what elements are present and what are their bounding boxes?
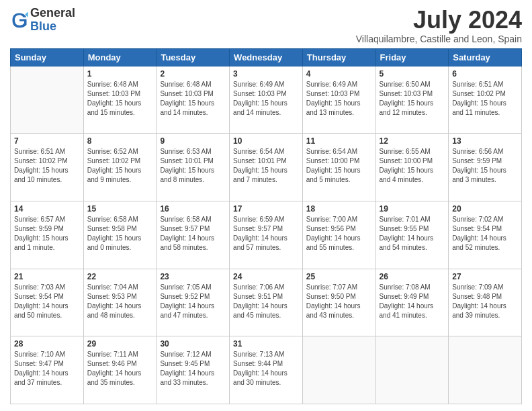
calendar-cell: 4Sunrise: 6:49 AM Sunset: 10:03 PM Dayli… [302, 66, 375, 134]
calendar-cell: 26Sunrise: 7:08 AM Sunset: 9:49 PM Dayli… [375, 269, 449, 336]
day-info: Sunrise: 7:13 AM Sunset: 9:44 PM Dayligh… [233, 350, 299, 387]
calendar-cell: 25Sunrise: 7:07 AM Sunset: 9:50 PM Dayli… [302, 269, 375, 336]
calendar-cell: 13Sunrise: 6:56 AM Sunset: 9:59 PM Dayli… [449, 134, 522, 201]
day-number: 10 [233, 136, 299, 146]
day-info: Sunrise: 6:48 AM Sunset: 10:03 PM Daylig… [160, 80, 226, 118]
day-number: 21 [14, 272, 80, 281]
day-info: Sunrise: 7:05 AM Sunset: 9:52 PM Dayligh… [160, 283, 226, 320]
calendar-cell: 16Sunrise: 6:58 AM Sunset: 9:57 PM Dayli… [157, 201, 230, 269]
day-info: Sunrise: 6:51 AM Sunset: 10:02 PM Daylig… [452, 80, 518, 118]
day-number: 18 [306, 204, 372, 214]
day-info: Sunrise: 7:01 AM Sunset: 9:55 PM Dayligh… [380, 215, 445, 253]
day-number: 9 [160, 136, 226, 146]
day-info: Sunrise: 6:56 AM Sunset: 9:59 PM Dayligh… [452, 147, 518, 185]
calendar-cell: 19Sunrise: 7:01 AM Sunset: 9:55 PM Dayli… [375, 201, 449, 269]
day-number: 19 [380, 204, 445, 214]
page: General Blue July 2024 Villaquilambre, C… [0, 0, 532, 411]
day-info: Sunrise: 7:11 AM Sunset: 9:46 PM Dayligh… [87, 350, 153, 387]
day-number: 14 [14, 204, 80, 214]
day-number: 30 [160, 339, 226, 349]
week-row-4: 21Sunrise: 7:03 AM Sunset: 9:54 PM Dayli… [11, 269, 522, 336]
day-number: 28 [14, 339, 80, 349]
day-number: 5 [380, 69, 445, 79]
calendar-cell [302, 336, 375, 404]
day-info: Sunrise: 7:10 AM Sunset: 9:47 PM Dayligh… [14, 350, 80, 387]
day-number: 8 [87, 136, 153, 146]
day-header-sunday: Sunday [11, 48, 84, 66]
logo-blue: Blue [30, 20, 75, 34]
calendar-cell: 14Sunrise: 6:57 AM Sunset: 9:59 PM Dayli… [11, 201, 84, 269]
logo-general: General [30, 7, 75, 20]
calendar-cell: 1Sunrise: 6:48 AM Sunset: 10:03 PM Dayli… [83, 66, 157, 134]
logo-text: General Blue [30, 7, 75, 34]
day-number: 23 [160, 272, 226, 281]
day-number: 22 [87, 272, 153, 281]
calendar-cell: 24Sunrise: 7:06 AM Sunset: 9:51 PM Dayli… [230, 269, 303, 336]
day-number: 29 [87, 339, 153, 349]
day-info: Sunrise: 6:54 AM Sunset: 10:00 PM Daylig… [306, 147, 372, 185]
calendar-table: SundayMondayTuesdayWednesdayThursdayFrid… [10, 48, 522, 404]
day-number: 27 [452, 272, 518, 281]
day-info: Sunrise: 6:55 AM Sunset: 10:00 PM Daylig… [380, 147, 445, 185]
days-header-row: SundayMondayTuesdayWednesdayThursdayFrid… [11, 48, 522, 66]
day-number: 17 [233, 204, 299, 214]
day-header-monday: Monday [83, 48, 157, 66]
title-section: July 2024 Villaquilambre, Castille and L… [356, 7, 522, 44]
day-info: Sunrise: 6:51 AM Sunset: 10:02 PM Daylig… [14, 147, 80, 185]
month-title: July 2024 [356, 7, 522, 34]
day-info: Sunrise: 6:59 AM Sunset: 9:57 PM Dayligh… [233, 215, 299, 253]
day-number: 1 [87, 69, 153, 79]
day-number: 15 [87, 204, 153, 214]
day-number: 2 [160, 69, 226, 79]
day-number: 13 [452, 136, 518, 146]
calendar-cell [375, 336, 449, 404]
calendar-cell: 11Sunrise: 6:54 AM Sunset: 10:00 PM Dayl… [302, 134, 375, 201]
day-number: 3 [233, 69, 299, 79]
day-info: Sunrise: 6:49 AM Sunset: 10:03 PM Daylig… [233, 80, 299, 118]
week-row-3: 14Sunrise: 6:57 AM Sunset: 9:59 PM Dayli… [11, 201, 522, 269]
day-info: Sunrise: 7:09 AM Sunset: 9:48 PM Dayligh… [452, 283, 518, 320]
calendar-cell: 28Sunrise: 7:10 AM Sunset: 9:47 PM Dayli… [11, 336, 84, 404]
day-number: 20 [452, 204, 518, 214]
day-info: Sunrise: 6:52 AM Sunset: 10:02 PM Daylig… [87, 147, 153, 185]
calendar-cell: 22Sunrise: 7:04 AM Sunset: 9:53 PM Dayli… [83, 269, 157, 336]
location: Villaquilambre, Castille and Leon, Spain [356, 34, 522, 44]
day-info: Sunrise: 6:53 AM Sunset: 10:01 PM Daylig… [160, 147, 226, 185]
day-info: Sunrise: 6:48 AM Sunset: 10:03 PM Daylig… [87, 80, 153, 118]
calendar-cell: 18Sunrise: 7:00 AM Sunset: 9:56 PM Dayli… [302, 201, 375, 269]
day-number: 25 [306, 272, 372, 281]
day-header-thursday: Thursday [302, 48, 375, 66]
calendar-cell: 31Sunrise: 7:13 AM Sunset: 9:44 PM Dayli… [230, 336, 303, 404]
calendar-cell: 21Sunrise: 7:03 AM Sunset: 9:54 PM Dayli… [11, 269, 84, 336]
day-number: 24 [233, 272, 299, 281]
calendar-cell: 2Sunrise: 6:48 AM Sunset: 10:03 PM Dayli… [157, 66, 230, 134]
day-header-saturday: Saturday [449, 48, 522, 66]
day-info: Sunrise: 7:07 AM Sunset: 9:50 PM Dayligh… [306, 283, 372, 320]
day-header-friday: Friday [375, 48, 449, 66]
calendar-cell: 30Sunrise: 7:12 AM Sunset: 9:45 PM Dayli… [157, 336, 230, 404]
header: General Blue July 2024 Villaquilambre, C… [10, 7, 522, 44]
day-info: Sunrise: 7:03 AM Sunset: 9:54 PM Dayligh… [14, 283, 80, 320]
day-number: 16 [160, 204, 226, 214]
calendar-cell [11, 66, 84, 134]
day-info: Sunrise: 6:58 AM Sunset: 9:58 PM Dayligh… [87, 215, 153, 253]
day-info: Sunrise: 6:58 AM Sunset: 9:57 PM Dayligh… [160, 215, 226, 253]
day-header-tuesday: Tuesday [157, 48, 230, 66]
day-info: Sunrise: 7:04 AM Sunset: 9:53 PM Dayligh… [87, 283, 153, 320]
logo-icon [10, 11, 29, 30]
day-info: Sunrise: 7:06 AM Sunset: 9:51 PM Dayligh… [233, 283, 299, 320]
day-info: Sunrise: 7:12 AM Sunset: 9:45 PM Dayligh… [160, 350, 226, 387]
day-number: 6 [452, 69, 518, 79]
week-row-1: 1Sunrise: 6:48 AM Sunset: 10:03 PM Dayli… [11, 66, 522, 134]
day-number: 11 [306, 136, 372, 146]
day-info: Sunrise: 7:00 AM Sunset: 9:56 PM Dayligh… [306, 215, 372, 253]
calendar-cell: 17Sunrise: 6:59 AM Sunset: 9:57 PM Dayli… [230, 201, 303, 269]
logo: General Blue [10, 7, 75, 34]
calendar-cell: 20Sunrise: 7:02 AM Sunset: 9:54 PM Dayli… [449, 201, 522, 269]
day-info: Sunrise: 7:08 AM Sunset: 9:49 PM Dayligh… [380, 283, 445, 320]
day-info: Sunrise: 7:02 AM Sunset: 9:54 PM Dayligh… [452, 215, 518, 253]
calendar-cell: 23Sunrise: 7:05 AM Sunset: 9:52 PM Dayli… [157, 269, 230, 336]
calendar-cell: 10Sunrise: 6:54 AM Sunset: 10:01 PM Dayl… [230, 134, 303, 201]
day-number: 4 [306, 69, 372, 79]
calendar-cell: 27Sunrise: 7:09 AM Sunset: 9:48 PM Dayli… [449, 269, 522, 336]
